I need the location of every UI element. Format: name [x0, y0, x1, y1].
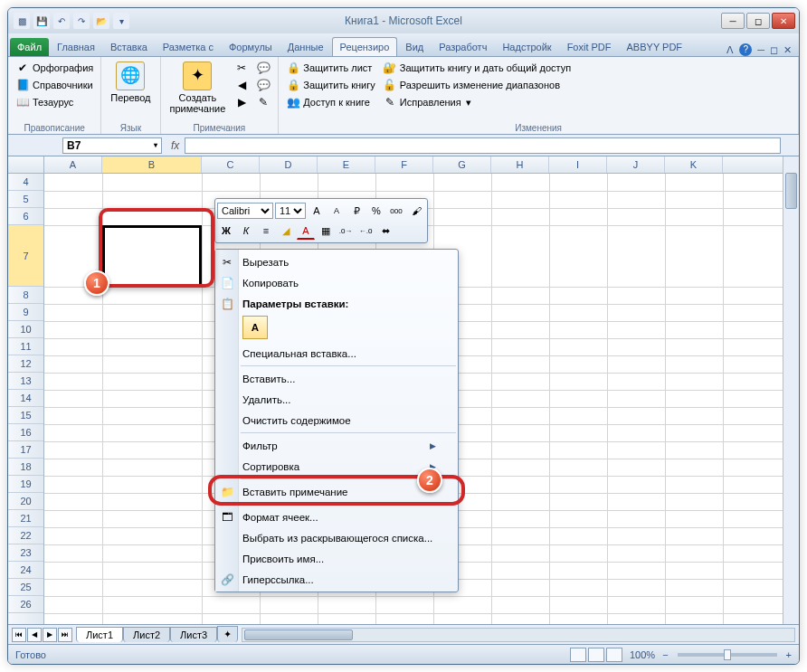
- view-normal-button[interactable]: [570, 648, 586, 662]
- redo-icon[interactable]: ↷: [73, 13, 90, 29]
- new-comment-button[interactable]: ✦ Создать примечание: [166, 60, 230, 122]
- ctx-clear[interactable]: Очистить содержимое: [215, 410, 458, 431]
- size-select[interactable]: 11: [275, 203, 306, 219]
- row-header-16[interactable]: 16: [8, 424, 43, 441]
- show-all-button[interactable]: 💬: [254, 77, 272, 93]
- tab-data[interactable]: Данные: [280, 38, 331, 56]
- row-header-25[interactable]: 25: [8, 579, 43, 596]
- doc-minimize-icon[interactable]: ─: [757, 44, 764, 55]
- translate-button[interactable]: 🌐 Перевод: [107, 60, 154, 122]
- view-pagebreak-button[interactable]: [606, 648, 622, 662]
- col-header-F[interactable]: F: [375, 156, 433, 173]
- col-header-E[interactable]: E: [318, 156, 375, 173]
- ctx-delete[interactable]: Удалить...: [215, 389, 458, 410]
- ctx-copy[interactable]: 📄Копировать: [215, 272, 458, 293]
- row-header-7[interactable]: 7: [8, 225, 43, 287]
- tab-formulas[interactable]: Формулы: [222, 38, 280, 56]
- maximize-button[interactable]: ◻: [746, 13, 770, 29]
- sheet-prev-button[interactable]: ◀: [27, 628, 42, 642]
- track-changes-button[interactable]: ✎Исправления▾: [381, 94, 573, 110]
- col-header-K[interactable]: K: [665, 156, 723, 173]
- sheet-new-button[interactable]: ✦: [217, 626, 238, 642]
- ctx-cut[interactable]: ✂Вырезать: [215, 251, 458, 272]
- row-header-23[interactable]: 23: [8, 544, 43, 562]
- sheet-next-button[interactable]: ▶: [43, 628, 57, 642]
- next-comment-button[interactable]: ▶: [233, 94, 251, 110]
- col-header-G[interactable]: G: [433, 156, 491, 173]
- row-header-20[interactable]: 20: [8, 493, 43, 510]
- close-button[interactable]: ✕: [772, 13, 795, 29]
- paste-values-button[interactable]: A: [242, 316, 268, 339]
- row-header-18[interactable]: 18: [8, 459, 43, 476]
- ctx-define-name[interactable]: Присвоить имя...: [215, 548, 458, 569]
- zoom-knob[interactable]: [724, 649, 731, 660]
- col-header-B[interactable]: B: [102, 156, 202, 173]
- row-header-14[interactable]: 14: [8, 390, 43, 407]
- show-comment-button[interactable]: 💬: [254, 60, 272, 76]
- align-center-icon[interactable]: ≡: [257, 222, 275, 240]
- tab-home[interactable]: Главная: [50, 38, 102, 56]
- tab-insert[interactable]: Вставка: [103, 38, 155, 56]
- row-header-21[interactable]: 21: [8, 510, 43, 527]
- grid[interactable]: ABCDEFGHIJK 4567891011121314151617181920…: [8, 156, 799, 624]
- accounting-icon[interactable]: ₽: [347, 202, 366, 220]
- excel-icon[interactable]: ▩: [14, 13, 30, 29]
- comma-icon[interactable]: 000: [387, 202, 405, 220]
- select-all-corner[interactable]: [8, 156, 44, 174]
- zoom-out-button[interactable]: −: [662, 649, 668, 660]
- italic-icon[interactable]: К: [237, 222, 255, 240]
- ctx-insert[interactable]: Вставить...: [215, 368, 458, 389]
- tab-review[interactable]: Рецензиро: [332, 37, 398, 56]
- row-header-11[interactable]: 11: [8, 338, 43, 355]
- name-box[interactable]: B7▾: [62, 137, 162, 154]
- font-color-icon[interactable]: A: [297, 222, 315, 240]
- tab-layout[interactable]: Разметка с: [156, 38, 221, 56]
- help-icon[interactable]: ?: [739, 43, 752, 56]
- grow-font-icon[interactable]: A: [308, 202, 326, 220]
- row-header-15[interactable]: 15: [8, 407, 43, 424]
- row-header-22[interactable]: 22: [8, 527, 43, 544]
- col-header-A[interactable]: A: [44, 156, 102, 173]
- protect-book-button[interactable]: 🔒Защитить книгу: [284, 77, 377, 93]
- doc-close-icon[interactable]: ✕: [783, 44, 792, 56]
- fill-color-icon[interactable]: ◢: [277, 222, 295, 240]
- font-select[interactable]: Calibri: [217, 203, 273, 219]
- show-ink-button[interactable]: ✎: [254, 94, 272, 110]
- shrink-font-icon[interactable]: A: [328, 202, 346, 220]
- row-header-6[interactable]: 6: [8, 208, 43, 225]
- merge-icon[interactable]: ⬌: [376, 222, 394, 240]
- col-header-D[interactable]: D: [260, 156, 318, 173]
- row-header-24[interactable]: 24: [8, 562, 43, 579]
- row-header-26[interactable]: 26: [8, 596, 43, 613]
- scroll-thumb[interactable]: [785, 173, 797, 209]
- view-layout-button[interactable]: [588, 648, 604, 662]
- ctx-paste-special[interactable]: Специальная вставка...: [215, 343, 458, 364]
- sheet-first-button[interactable]: ⏮: [12, 628, 26, 642]
- qat-more-icon[interactable]: ▾: [113, 13, 129, 29]
- research-button[interactable]: 📘Справочники: [14, 77, 95, 93]
- selected-cell[interactable]: [102, 225, 202, 287]
- doc-restore-icon[interactable]: ◻: [770, 44, 778, 56]
- undo-icon[interactable]: ↶: [53, 13, 70, 29]
- ctx-filter[interactable]: Фильтр▶: [215, 435, 458, 456]
- row-header-10[interactable]: 10: [8, 321, 43, 338]
- hscroll-thumb[interactable]: [244, 629, 353, 640]
- allow-ranges-button[interactable]: 🔓Разрешить изменение диапазонов: [381, 77, 573, 93]
- sheet-tab-3[interactable]: Лист3: [170, 627, 217, 642]
- open-icon[interactable]: 📂: [93, 13, 109, 29]
- borders-icon[interactable]: ▦: [317, 222, 335, 240]
- col-header-I[interactable]: I: [549, 156, 607, 173]
- row-header-13[interactable]: 13: [8, 373, 43, 390]
- sheet-tab-1[interactable]: Лист1: [76, 627, 123, 642]
- delete-comment-button[interactable]: ✂: [233, 60, 251, 76]
- vertical-scrollbar[interactable]: [783, 156, 799, 624]
- row-header-12[interactable]: 12: [8, 355, 43, 373]
- share-book-button[interactable]: 👥Доступ к книге: [284, 94, 377, 110]
- ctx-format-cells[interactable]: 🗔Формат ячеек...: [215, 506, 458, 527]
- zoom-in-button[interactable]: +: [786, 649, 792, 660]
- ctx-dropdown[interactable]: Выбрать из раскрывающегося списка...: [215, 527, 458, 548]
- fx-icon[interactable]: fx: [166, 139, 185, 152]
- row-header-9[interactable]: 9: [8, 304, 43, 321]
- prev-comment-button[interactable]: ◀: [233, 77, 251, 93]
- col-header-C[interactable]: C: [202, 156, 260, 173]
